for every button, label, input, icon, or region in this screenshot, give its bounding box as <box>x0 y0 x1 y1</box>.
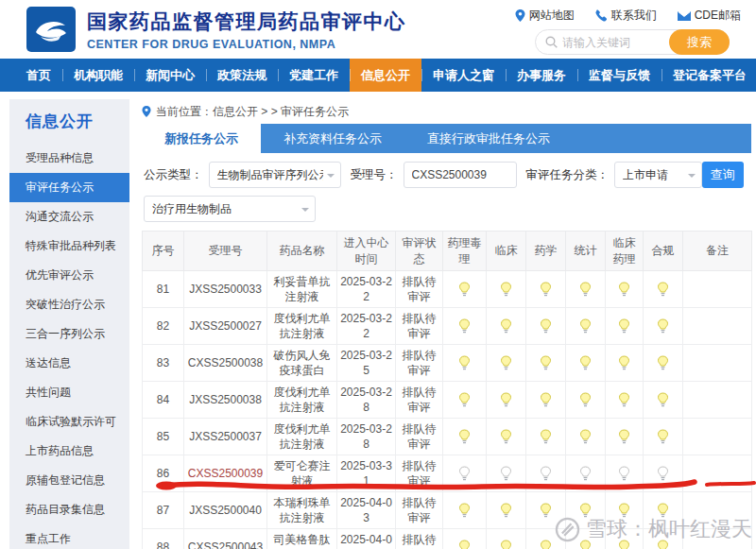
mailbox-link[interactable]: CDE邮箱 <box>678 8 741 24</box>
sitemap-link[interactable]: 网站地图 <box>515 8 575 24</box>
sidebar-item-2[interactable]: 审评任务公示 <box>9 173 129 202</box>
watermark: 雪球：枫叶红漫天 <box>555 515 752 543</box>
sidebar-item-7[interactable]: 三合一序列公示 <box>9 319 129 349</box>
bulb-icon <box>657 429 669 445</box>
cell-no: 84 <box>143 382 184 419</box>
cell-acceptance-no: JXSS2500033 <box>184 271 267 308</box>
cell-remark <box>683 455 752 492</box>
sidebar-item-13[interactable]: 药品目录集信息 <box>9 495 129 524</box>
site-subtitle: CENTER FOR DRUG EVALUATION, NMPA <box>87 38 406 51</box>
publicity-type-select[interactable]: 生物制品审评序列公示 <box>209 162 341 188</box>
bulb-icon <box>458 355 471 371</box>
nav-item-5[interactable]: 党建工作 <box>278 59 350 92</box>
nav-item-1[interactable]: 首页 <box>15 59 62 92</box>
bulb-icon <box>618 282 630 298</box>
cell-discipline-6 <box>644 271 683 308</box>
bio-product-type-value: 治疗用生物制品 <box>152 201 232 217</box>
nav-item-6[interactable]: 信息公开 <box>350 59 421 92</box>
contact-link[interactable]: 联系我们 <box>595 8 657 24</box>
bulb-icon <box>579 318 592 335</box>
mail-icon <box>678 10 691 21</box>
cell-review-status: 排队待审评 <box>396 382 443 419</box>
bio-product-type-select[interactable]: 治疗用生物制品 <box>144 196 316 222</box>
bulb-icon <box>579 429 592 445</box>
cell-discipline-4 <box>566 345 606 382</box>
cell-remark <box>683 271 752 308</box>
cell-no: 87 <box>143 492 184 529</box>
location-pin-icon <box>142 106 151 117</box>
watermark-text: 雪球：枫叶红漫天 <box>586 515 752 543</box>
task-category-label: 审评任务分类： <box>526 167 610 183</box>
site-title: 国家药品监督管理局药品审评中心 <box>87 9 406 35</box>
bulb-icon <box>540 355 552 371</box>
nav-item-10[interactable]: 登记备案平台 <box>662 59 756 92</box>
cell-discipline-1 <box>443 492 487 529</box>
cell-discipline-3 <box>526 308 566 345</box>
sidebar-item-11[interactable]: 上市药品信息 <box>9 437 129 466</box>
cell-entry-date: 2025-03-22 <box>337 308 396 345</box>
cell-discipline-2 <box>487 455 526 492</box>
cell-discipline-5 <box>606 271 644 308</box>
nav-item-4[interactable]: 政策法规 <box>206 59 278 92</box>
column-header: 药品名称 <box>267 232 337 271</box>
cell-discipline-4 <box>566 271 606 308</box>
cell-review-status: 排队待审评 <box>396 345 443 382</box>
sidebar-item-6[interactable]: 突破性治疗公示 <box>9 290 129 319</box>
chevron-down-icon <box>301 208 309 215</box>
query-button[interactable]: 查询 <box>702 162 744 188</box>
bulb-icon <box>540 318 552 335</box>
bulb-icon <box>458 392 471 408</box>
nav-item-3[interactable]: 新闻中心 <box>134 59 206 92</box>
sidebar-item-3[interactable]: 沟通交流公示 <box>9 202 129 232</box>
column-header: 合规 <box>644 232 683 271</box>
sidebar-item-8[interactable]: 送达信息 <box>9 349 129 378</box>
acceptance-no-input[interactable] <box>404 162 517 188</box>
cell-drug-name: 爱可仑赛注射液 <box>267 455 337 492</box>
cell-discipline-2 <box>487 529 526 549</box>
task-category-select[interactable]: 上市申请 <box>614 162 702 188</box>
tab-direct-approval-tasks[interactable]: 直接行政审批任务公示 <box>404 124 573 153</box>
cell-discipline-1 <box>443 455 487 492</box>
acceptance-no-label: 受理号： <box>351 167 398 183</box>
cell-acceptance-no: CXSS2500038 <box>184 345 267 382</box>
tab-new-tasks[interactable]: 新报任务公示 <box>142 124 261 153</box>
cell-remark <box>683 345 752 382</box>
cell-drug-name: 度伐利尤单抗注射液 <box>267 419 337 455</box>
sidebar-item-12[interactable]: 原辅包登记信息 <box>9 466 129 495</box>
sidebar-item-5[interactable]: 优先审评公示 <box>9 261 129 290</box>
cell-discipline-3 <box>526 345 566 382</box>
sidebar-item-1[interactable]: 受理品种信息 <box>9 144 129 173</box>
cde-logo <box>26 7 76 52</box>
cell-discipline-3 <box>526 455 566 492</box>
main-nav: 首页机构职能新闻中心政策法规党建工作信息公开申请人之窗办事服务监督与反馈登记备案… <box>0 59 756 92</box>
bulb-icon <box>657 355 669 371</box>
sidebar-item-4[interactable]: 特殊审批品种列表 <box>9 232 129 261</box>
column-header: 药理毒理 <box>443 232 487 271</box>
search-bar: 搜索 <box>535 29 730 55</box>
nav-item-9[interactable]: 监督与反馈 <box>577 59 662 92</box>
cell-drug-name: 破伤风人免疫球蛋白 <box>267 345 337 382</box>
nav-item-7[interactable]: 申请人之窗 <box>421 59 506 92</box>
bulb-icon <box>540 392 552 408</box>
cell-entry-date: 2025-04-03 <box>337 529 396 549</box>
bulb-icon <box>540 540 552 549</box>
bulb-icon <box>540 466 552 482</box>
nav-item-8[interactable]: 办事服务 <box>506 59 577 92</box>
search-button[interactable]: 搜索 <box>669 29 730 55</box>
cell-review-status: 排队待审评 <box>396 271 443 308</box>
cell-acceptance-no: JXSS2500037 <box>184 419 267 455</box>
sidebar-item-14[interactable]: 重点工作 <box>9 524 129 549</box>
table-header-row: 序号受理号药品名称进入中心时间审评状态药理毒理临床药学统计临床药理合规备注 <box>143 232 752 271</box>
cell-no: 85 <box>143 419 184 455</box>
cell-remark <box>683 308 752 345</box>
cell-discipline-4 <box>566 382 606 419</box>
bulb-icon <box>500 503 512 519</box>
sidebar-item-10[interactable]: 临床试验默示许可 <box>9 407 129 437</box>
nav-item-2[interactable]: 机构职能 <box>62 59 134 92</box>
cell-no: 88 <box>143 529 184 549</box>
table-row-83: 83CXSS2500038破伤风人免疫球蛋白2025-03-25排队待审评 <box>143 345 752 382</box>
tab-supplement-tasks[interactable]: 补充资料任务公示 <box>261 124 404 153</box>
search-input[interactable] <box>562 36 669 49</box>
filter-row-1: 公示类型： 生物制品审评序列公示 受理号： 审评任务分类： 上市申请 查询 <box>144 161 751 189</box>
sidebar-item-9[interactable]: 共性问题 <box>9 378 129 407</box>
